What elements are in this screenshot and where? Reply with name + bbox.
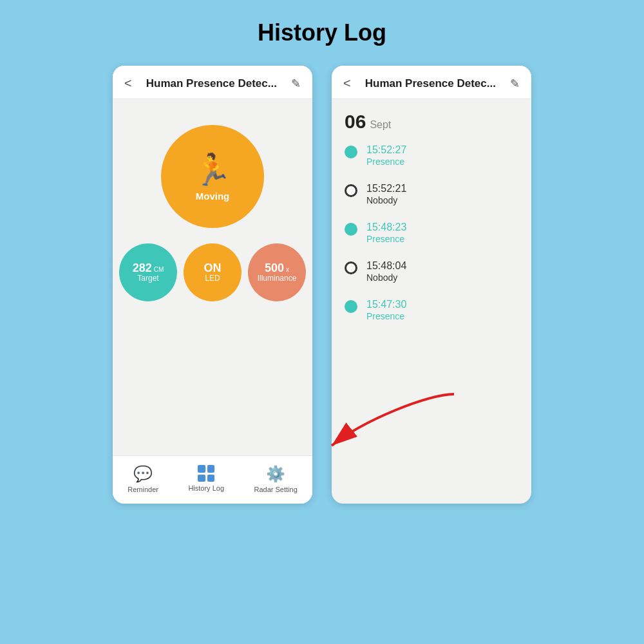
history-log-content: 06 Sept 15:52:27 Presence 15:52:21 Nobod… xyxy=(332,99,531,504)
right-phone-title: Human Presence Detec... xyxy=(365,77,496,90)
log-entry-1: 15:52:27 Presence xyxy=(345,144,518,167)
date-header: 06 Sept xyxy=(345,111,518,133)
log-dot-2 xyxy=(345,184,357,197)
illuminance-label: Illuminance xyxy=(258,274,297,283)
reminder-label: Reminder xyxy=(128,486,158,493)
log-time-2: 15:52:21 xyxy=(366,183,406,194)
target-unit: CM xyxy=(154,266,164,273)
main-sensor-circle: 🏃 Moving xyxy=(161,125,264,228)
history-log-icon xyxy=(198,465,214,482)
status-circles: 282 CM Target ON LED 500 x Illu xyxy=(119,243,306,301)
target-circle: 282 CM Target xyxy=(119,243,177,301)
log-status-3: Presence xyxy=(366,234,404,244)
running-icon: 🏃 xyxy=(193,152,232,188)
log-status-5: Presence xyxy=(366,311,404,321)
left-phone-header: < Human Presence Detec... ✎ xyxy=(113,66,312,99)
bottom-nav: 💬 Reminder History Log ⚙️ Radar Setting xyxy=(113,455,312,504)
sensor-status-label: Moving xyxy=(196,191,230,202)
left-phone: < Human Presence Detec... ✎ 🏃 Moving 282… xyxy=(113,66,312,504)
log-entry-3: 15:48:23 Presence xyxy=(345,222,518,245)
history-log-label: History Log xyxy=(188,484,224,492)
right-edit-button[interactable]: ✎ xyxy=(510,77,520,91)
log-entry-4: 15:48:04 Nobody xyxy=(345,260,518,283)
left-phone-content: 🏃 Moving 282 CM Target ON LED xyxy=(113,99,312,455)
log-dot-5 xyxy=(345,300,357,313)
radar-setting-icon: ⚙️ xyxy=(266,465,285,483)
phones-container: < Human Presence Detec... ✎ 🏃 Moving 282… xyxy=(113,66,531,504)
illuminance-value: 500 xyxy=(265,262,284,274)
nav-radar-setting[interactable]: ⚙️ Radar Setting xyxy=(254,465,298,493)
led-label: LED xyxy=(205,274,220,283)
target-label: Target xyxy=(137,274,158,283)
log-status-1: Presence xyxy=(366,156,404,167)
left-edit-button[interactable]: ✎ xyxy=(291,77,301,91)
illuminance-unit: x xyxy=(286,266,289,273)
radar-setting-label: Radar Setting xyxy=(254,486,298,493)
right-back-button[interactable]: < xyxy=(343,76,351,91)
log-status-2: Nobody xyxy=(366,195,397,205)
illuminance-circle: 500 x Illuminance xyxy=(248,243,306,301)
left-back-button[interactable]: < xyxy=(124,76,132,91)
log-entry-2: 15:52:21 Nobody xyxy=(345,183,518,206)
log-time-3: 15:48:23 xyxy=(366,222,406,233)
date-day: 06 xyxy=(345,111,366,133)
left-phone-title: Human Presence Detec... xyxy=(146,77,277,90)
led-value: ON xyxy=(204,262,222,274)
nav-history-log[interactable]: History Log xyxy=(188,465,224,493)
date-month: Sept xyxy=(370,119,391,131)
log-dot-3 xyxy=(345,223,357,236)
log-time-4: 15:48:04 xyxy=(366,260,406,272)
log-dot-1 xyxy=(345,146,357,158)
target-value: 282 xyxy=(133,262,152,274)
log-time-5: 15:47:30 xyxy=(366,299,406,310)
log-time-1: 15:52:27 xyxy=(366,144,406,156)
nav-reminder[interactable]: 💬 Reminder xyxy=(128,465,158,493)
log-status-4: Nobody xyxy=(366,272,397,283)
log-entry-5: 15:47:30 Presence xyxy=(345,299,518,322)
led-circle: ON LED xyxy=(184,243,242,301)
right-phone-header: < Human Presence Detec... ✎ xyxy=(332,66,531,99)
right-phone: < Human Presence Detec... ✎ 06 Sept 15:5… xyxy=(332,66,531,504)
page-title: History Log xyxy=(258,19,386,46)
log-dot-4 xyxy=(345,261,357,274)
reminder-icon: 💬 xyxy=(133,465,153,483)
